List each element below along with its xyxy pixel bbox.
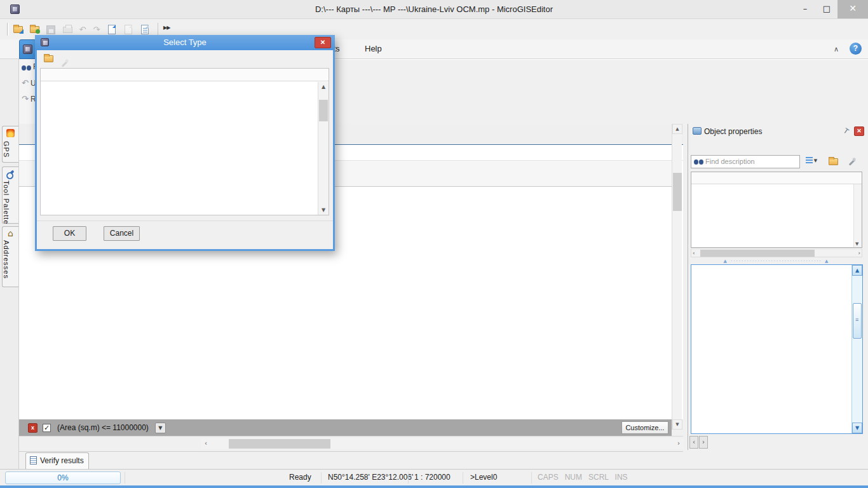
scrollbar-thumb[interactable]: [229, 439, 330, 449]
status-level: >Level0: [470, 473, 497, 482]
table-horizontal-scrollbar[interactable]: ‹ ›: [691, 248, 862, 257]
panel-bottom-tabs: ‹ ›: [689, 434, 867, 450]
new-document-button[interactable]: [105, 24, 118, 36]
table-vertical-scrollbar[interactable]: ▼: [853, 184, 862, 247]
minimize-button[interactable]: –: [794, 0, 816, 18]
scroll-up-icon[interactable]: ▲: [318, 83, 329, 92]
ok-button[interactable]: OK: [53, 226, 86, 241]
grid-vertical-scrollbar[interactable]: ▲ ▼: [672, 124, 682, 430]
help-icon[interactable]: ?: [850, 43, 862, 55]
panel-header: Object properties Т ✕: [690, 125, 867, 138]
grid-horizontal-scrollbar[interactable]: ‹ ›: [201, 438, 684, 449]
dialog-close-button[interactable]: ✕: [315, 37, 331, 48]
scroll-up-icon[interactable]: ▲: [852, 265, 862, 276]
filter-dropdown-button[interactable]: ▼: [155, 423, 166, 433]
record-navigator: ‹ ›: [19, 436, 683, 451]
object-properties-icon: [693, 127, 702, 135]
collapse-ribbon-icon[interactable]: ∧: [834, 45, 839, 53]
copy-document-icon: [125, 25, 132, 34]
dialog-title-bar[interactable]: Select Type ✕: [35, 35, 335, 50]
scrollbar-thumb[interactable]: [319, 100, 328, 121]
undo-button[interactable]: ↶: [76, 24, 89, 36]
folder-icon: [44, 55, 53, 62]
dock-item-label: Re: [31, 95, 35, 104]
sort-icon: [806, 157, 813, 164]
dock-item-label: Un: [31, 79, 35, 88]
filter-enabled-checkbox[interactable]: ✓: [43, 424, 51, 432]
customize-button[interactable]: Customize...: [621, 421, 668, 434]
left-tab-strip: GPSTool Palette⌂Addresses: [0, 59, 19, 469]
sidebar-tab-tool-palette[interactable]: Tool Palette: [2, 166, 18, 224]
dialog-button-row: OK Cancel: [37, 220, 333, 246]
binoculars-icon: [22, 65, 26, 71]
menu-item-help[interactable]: Help: [365, 44, 382, 53]
scroll-right-icon[interactable]: ›: [674, 438, 684, 449]
scrollbar-thumb[interactable]: [673, 173, 682, 211]
scroll-up-icon[interactable]: ▲: [672, 124, 682, 134]
save-button[interactable]: [44, 24, 57, 36]
dialog-open-button[interactable]: [42, 53, 55, 65]
document-tab[interactable]: [19, 39, 36, 59]
dock-item-fin[interactable]: Fin: [19, 59, 35, 75]
add-map-button[interactable]: [28, 24, 41, 36]
sort-button[interactable]: ▼: [804, 155, 819, 168]
sidebar-tab-label: GPS: [3, 141, 10, 158]
application-window: D:\--- Карты ---\--- MP ---\Ukraine-Lviv…: [0, 0, 868, 488]
scrollbar-thumb[interactable]: [853, 303, 862, 339]
open-map-button[interactable]: [11, 24, 24, 36]
status-scale: 1 : 720000: [414, 473, 451, 482]
status-separator: [531, 472, 532, 484]
verify-document-button[interactable]: [139, 24, 151, 36]
panel-close-icon[interactable]: ✕: [854, 126, 864, 136]
tabs-scroll-left-icon[interactable]: ‹: [689, 436, 698, 449]
scroll-down-icon[interactable]: ▼: [852, 423, 862, 433]
dialog-wand-button[interactable]: [58, 53, 71, 65]
print-button[interactable]: [61, 24, 74, 36]
dialog-table-header: [41, 69, 329, 81]
dialog-vertical-scrollbar[interactable]: ▲ ▼: [318, 82, 329, 215]
house-icon: ⌂: [8, 228, 13, 238]
dialog-title: Select Type: [35, 37, 335, 47]
sidebar-tab-gps[interactable]: GPS: [2, 126, 18, 163]
find-description-input[interactable]: Find description: [691, 155, 800, 168]
window-border: [0, 485, 868, 488]
property-grid-scrollbar[interactable]: ▲ ▼: [851, 265, 862, 433]
scroll-right-icon[interactable]: ›: [858, 249, 860, 257]
pin-icon[interactable]: Т: [839, 125, 851, 137]
panel-search-row: Find description ▼: [691, 155, 866, 169]
save-icon: [46, 25, 55, 34]
open-types-button[interactable]: [825, 155, 841, 168]
tabs-scroll-right-icon[interactable]: ›: [699, 436, 708, 449]
copy-document-button[interactable]: [122, 24, 135, 36]
print-icon: [63, 27, 72, 33]
panel-title: Object properties: [704, 127, 762, 136]
sidebar-tab-label: Tool Palette: [3, 180, 10, 224]
wand-button[interactable]: [844, 155, 860, 168]
property-grid: ▲ ▼: [691, 264, 863, 434]
wand-icon: [62, 60, 69, 67]
maximize-button[interactable]: □: [816, 0, 837, 18]
cancel-button[interactable]: Cancel: [104, 226, 140, 241]
filter-bar: x ✓ (Area (sq.m) <= 11000000) ▼ Customiz…: [19, 419, 672, 436]
select-type-dialog: Select Type ✕ ▲ ▼ OK Cancel: [35, 35, 335, 251]
tab-verify-results[interactable]: Verify results: [25, 452, 89, 469]
remove-filter-button[interactable]: x: [28, 423, 37, 433]
filter-expression: (Area (sq.m) <= 11000000): [57, 423, 149, 432]
scroll-left-icon[interactable]: ‹: [201, 438, 211, 449]
scroll-down-icon[interactable]: ▼: [855, 241, 858, 247]
scrollbar-thumb[interactable]: [700, 250, 815, 257]
close-button[interactable]: ✕: [837, 0, 868, 18]
toolbar-overflow-button[interactable]: ▶▶: [163, 25, 170, 30]
scroll-down-icon[interactable]: ▼: [318, 206, 329, 215]
dock-item-un[interactable]: ↶Un: [19, 75, 35, 91]
scroll-left-icon[interactable]: ‹: [693, 249, 695, 257]
status-coordinates: N50°14.258' E23°12.006': [328, 473, 413, 482]
dock-item-re[interactable]: ↷Re: [19, 91, 35, 107]
undo-icon: ↶: [79, 25, 86, 34]
sidebar-tab-addresses[interactable]: ⌂Addresses: [2, 226, 18, 287]
status-separator: [321, 472, 322, 484]
title-bar: D:\--- Карты ---\--- MP ---\Ukraine-Lviv…: [0, 0, 868, 19]
panel-splitter[interactable]: ▲ ·································· ▲: [691, 259, 862, 264]
redo-button[interactable]: ↷: [90, 24, 103, 36]
scroll-down-icon[interactable]: ▼: [672, 419, 682, 430]
